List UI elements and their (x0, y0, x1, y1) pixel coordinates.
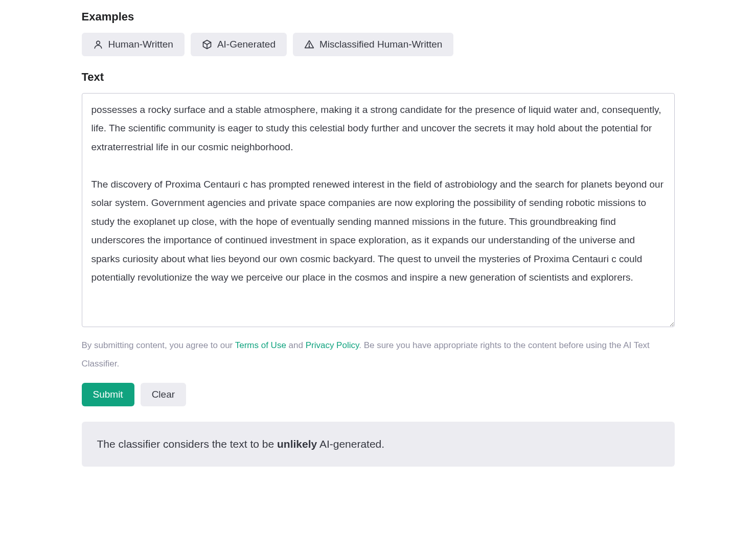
example-ai-generated-button[interactable]: AI-Generated (191, 33, 287, 56)
svg-point-0 (96, 41, 100, 44)
result-prefix: The classifier considers the text to be (97, 438, 278, 450)
text-input[interactable] (82, 93, 675, 327)
result-suffix: AI-generated. (317, 438, 384, 450)
cube-icon (202, 39, 212, 50)
action-buttons-row: Submit Clear (82, 383, 675, 406)
example-misclassified-label: Misclassified Human-Written (319, 39, 442, 50)
result-verdict: unlikely (277, 438, 317, 450)
disclaimer-text: By submitting content, you agree to our … (82, 336, 675, 373)
examples-heading: Examples (82, 10, 675, 24)
example-human-written-label: Human-Written (108, 39, 173, 50)
example-buttons-row: Human-Written AI-Generated Misclassified… (82, 33, 675, 56)
privacy-policy-link[interactable]: Privacy Policy (306, 340, 359, 350)
text-heading: Text (82, 71, 675, 84)
example-misclassified-button[interactable]: Misclassified Human-Written (293, 33, 453, 56)
submit-button[interactable]: Submit (82, 383, 134, 406)
terms-of-use-link[interactable]: Terms of Use (235, 340, 286, 350)
result-box: The classifier considers the text to be … (82, 422, 675, 467)
svg-point-2 (309, 47, 309, 47)
warning-triangle-icon (304, 39, 314, 50)
example-ai-generated-label: AI-Generated (217, 39, 276, 50)
clear-button[interactable]: Clear (141, 383, 186, 406)
disclaimer-prefix: By submitting content, you agree to our (82, 340, 235, 350)
disclaimer-mid: and (286, 340, 306, 350)
person-icon (93, 39, 103, 50)
example-human-written-button[interactable]: Human-Written (82, 33, 185, 56)
